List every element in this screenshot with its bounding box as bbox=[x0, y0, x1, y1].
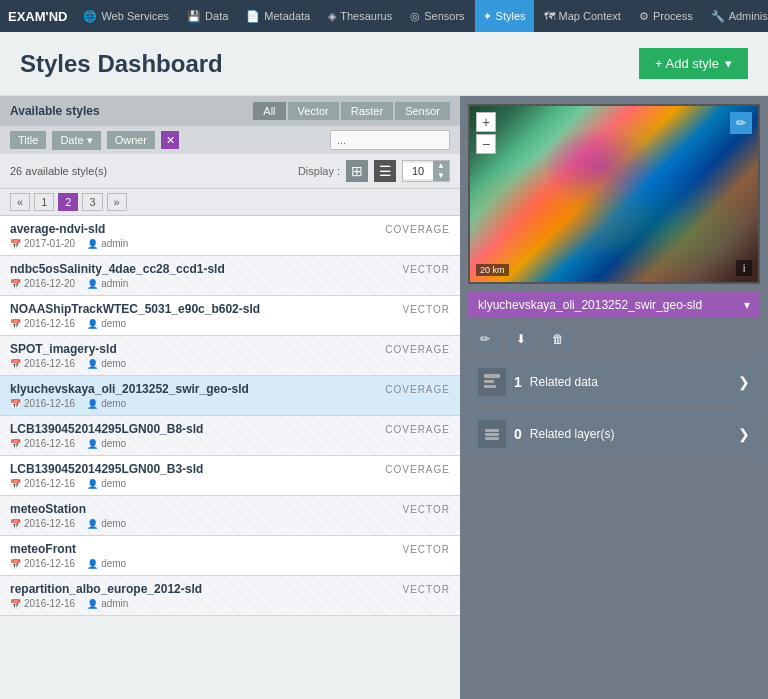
style-item-date: 2016-12-20 bbox=[10, 278, 75, 289]
style-list-item[interactable]: meteoStation VECTOR 2016-12-16 demo bbox=[0, 496, 460, 536]
per-page-selector: 10 ▲ ▼ bbox=[402, 160, 450, 182]
style-list-item[interactable]: repartition_albo_europe_2012-sld VECTOR … bbox=[0, 576, 460, 616]
display-controls: Display : 10 ▲ ▼ bbox=[298, 160, 450, 182]
filter-tab-vector[interactable]: Vector bbox=[288, 102, 339, 120]
svg-rect-2 bbox=[484, 385, 496, 388]
style-item-name: LCB1390452014295LGN00_B3-sld bbox=[10, 462, 203, 476]
related-data-count: 1 bbox=[514, 374, 522, 390]
selected-style-name: klyuchevskaya_oli_2013252_swir_geo-sld bbox=[478, 298, 702, 312]
search-input[interactable] bbox=[330, 130, 450, 150]
display-label: Display : bbox=[298, 165, 340, 177]
per-page-down[interactable]: ▼ bbox=[433, 171, 449, 181]
list-icon bbox=[379, 163, 392, 179]
style-item-name: SPOT_imagery-sld bbox=[10, 342, 117, 356]
page-prev-button[interactable]: « bbox=[10, 193, 30, 211]
style-item-owner: demo bbox=[87, 558, 126, 569]
style-item-date: 2016-12-16 bbox=[10, 398, 75, 409]
nav-web-services[interactable]: 🌐 Web Services bbox=[75, 0, 177, 32]
style-item-name: repartition_albo_europe_2012-sld bbox=[10, 582, 202, 596]
map-scale: 20 km bbox=[476, 264, 509, 276]
style-list-item[interactable]: average-ndvi-sld COVERAGE 2017-01-20 adm… bbox=[0, 216, 460, 256]
style-item-type: VECTOR bbox=[403, 304, 451, 315]
map-info-button[interactable]: i bbox=[736, 260, 752, 276]
filter-tab-raster[interactable]: Raster bbox=[341, 102, 393, 120]
style-list-item[interactable]: meteoFront VECTOR 2016-12-16 demo bbox=[0, 536, 460, 576]
layers-icon bbox=[483, 425, 501, 443]
nav-sensors[interactable]: ◎ Sensors bbox=[402, 0, 472, 32]
download-icon bbox=[516, 332, 526, 346]
logo: EXAM'ND bbox=[8, 9, 67, 24]
style-list-item[interactable]: ndbc5osSalinity_4dae_cc28_ccd1-sld VECTO… bbox=[0, 256, 460, 296]
style-dropdown-icon[interactable]: ▾ bbox=[744, 298, 750, 312]
clear-filter-button[interactable]: ✕ bbox=[161, 131, 179, 149]
add-style-button[interactable]: + Add style ▾ bbox=[639, 48, 748, 79]
related-layers-count: 0 bbox=[514, 426, 522, 442]
nav-styles[interactable]: ✦ Styles bbox=[475, 0, 534, 32]
per-page-up[interactable]: ▲ bbox=[433, 161, 449, 171]
zoom-in-button[interactable]: + bbox=[476, 112, 496, 132]
filter-title: Available styles bbox=[10, 104, 100, 118]
related-data-header[interactable]: 1 Related data ❯ bbox=[468, 360, 760, 404]
nav-admin[interactable]: 🔧 Administration bbox=[703, 0, 768, 32]
related-layers-label: Related layer(s) bbox=[530, 427, 730, 441]
style-item-type: COVERAGE bbox=[385, 464, 450, 475]
page-3-button[interactable]: 3 bbox=[82, 193, 102, 211]
download-style-button[interactable] bbox=[506, 326, 536, 352]
related-layers-header[interactable]: 0 Related layer(s) ❯ bbox=[468, 412, 760, 456]
style-item-name: klyuchevskaya_oli_2013252_swir_geo-sld bbox=[10, 382, 249, 396]
page-next-button[interactable]: » bbox=[107, 193, 127, 211]
search-container bbox=[330, 130, 450, 150]
col-date-button[interactable]: Date ▾ bbox=[52, 131, 100, 150]
style-list-item[interactable]: LCB1390452014295LGN00_B3-sld COVERAGE 20… bbox=[0, 456, 460, 496]
nav-map-context[interactable]: 🗺 Map Context bbox=[536, 0, 629, 32]
style-list-item[interactable]: SPOT_imagery-sld COVERAGE 2016-12-16 dem… bbox=[0, 336, 460, 376]
nav-process[interactable]: ⚙ Process bbox=[631, 0, 701, 32]
pagination: « 1 2 3 » bbox=[0, 189, 460, 216]
style-list-item[interactable]: klyuchevskaya_oli_2013252_swir_geo-sld C… bbox=[0, 376, 460, 416]
results-bar: 26 available style(s) Display : 10 ▲ ▼ bbox=[0, 154, 460, 189]
map-overlay bbox=[470, 106, 758, 282]
style-item-name: ndbc5osSalinity_4dae_cc28_ccd1-sld bbox=[10, 262, 225, 276]
page-1-button[interactable]: 1 bbox=[34, 193, 54, 211]
action-buttons bbox=[468, 326, 760, 352]
style-item-owner: demo bbox=[87, 398, 126, 409]
col-title-button[interactable]: Title bbox=[10, 131, 46, 149]
style-item-owner: admin bbox=[87, 278, 128, 289]
style-item-date: 2016-12-16 bbox=[10, 518, 75, 529]
filter-tab-sensor[interactable]: Sensor bbox=[395, 102, 450, 120]
page-title: Styles Dashboard bbox=[20, 50, 223, 78]
delete-style-button[interactable] bbox=[542, 326, 574, 352]
style-item-owner: demo bbox=[87, 518, 126, 529]
add-style-label: + Add style bbox=[655, 56, 719, 71]
style-item-date: 2016-12-16 bbox=[10, 358, 75, 369]
style-list-item[interactable]: NOAAShipTrackWTEC_5031_e90c_b602-sld VEC… bbox=[0, 296, 460, 336]
related-data-section: 1 Related data ❯ bbox=[468, 360, 760, 404]
style-list-item[interactable]: LCB1390452014295LGN00_B8-sld COVERAGE 20… bbox=[0, 416, 460, 456]
grid-view-button[interactable] bbox=[346, 160, 368, 182]
style-item-owner: demo bbox=[87, 438, 126, 449]
map-edit-button[interactable]: ✏ bbox=[730, 112, 752, 134]
style-list: average-ndvi-sld COVERAGE 2017-01-20 adm… bbox=[0, 216, 460, 699]
edit-style-button[interactable] bbox=[470, 326, 500, 352]
column-headers: Title Date ▾ Owner ✕ bbox=[0, 126, 460, 154]
style-item-type: COVERAGE bbox=[385, 384, 450, 395]
zoom-out-button[interactable]: − bbox=[476, 134, 496, 154]
list-view-button[interactable] bbox=[374, 160, 396, 182]
filter-tab-all[interactable]: All bbox=[253, 102, 285, 120]
style-item-owner: demo bbox=[87, 318, 126, 329]
style-item-type: VECTOR bbox=[403, 264, 451, 275]
col-owner-button[interactable]: Owner bbox=[107, 131, 155, 149]
data-icon bbox=[483, 373, 501, 391]
nav-metadata[interactable]: 📄 Metadata bbox=[238, 0, 318, 32]
related-layers-icon bbox=[478, 420, 506, 448]
style-item-date: 2017-01-20 bbox=[10, 238, 75, 249]
page-2-button[interactable]: 2 bbox=[58, 193, 78, 211]
style-item-type: COVERAGE bbox=[385, 344, 450, 355]
nav-data[interactable]: 💾 Data bbox=[179, 0, 236, 32]
nav-thesaurus[interactable]: ◈ Thesaurus bbox=[320, 0, 400, 32]
logo-text: EXAM'ND bbox=[8, 9, 67, 24]
svg-rect-0 bbox=[484, 374, 500, 378]
svg-rect-3 bbox=[485, 429, 499, 432]
style-item-owner: admin bbox=[87, 598, 128, 609]
style-item-type: COVERAGE bbox=[385, 224, 450, 235]
